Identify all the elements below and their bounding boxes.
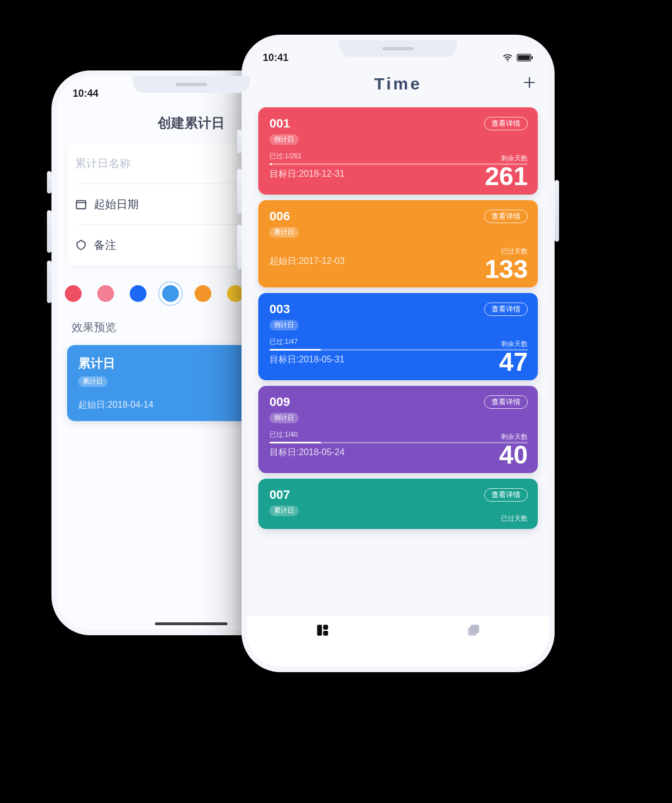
detail-button[interactable]: 查看详情: [484, 117, 528, 130]
card-tag: 倒计日: [269, 320, 299, 330]
progress-text: 已过:1/40: [269, 430, 528, 440]
card-list: 001查看详情倒计日已过:1/261目标日:2018-12-31剩余天数2610…: [247, 101, 549, 667]
card-id: 006: [269, 209, 290, 224]
note-icon: [75, 239, 87, 251]
card-006[interactable]: 006查看详情累计日起始日:2017-12-03已过天数133: [258, 200, 538, 287]
count-value: 133: [485, 256, 528, 282]
progress-bar: [269, 442, 528, 443]
color-swatch-pink[interactable]: [97, 285, 114, 302]
card-dateline: 目标日:2018-05-31: [269, 354, 528, 366]
name-placeholder: 累计日名称: [75, 156, 131, 171]
add-button[interactable]: [522, 75, 537, 93]
svg-point-1: [507, 60, 508, 62]
progress-text: 已过:1/47: [269, 337, 528, 347]
detail-button[interactable]: 查看详情: [484, 210, 528, 223]
tab-stack[interactable]: [466, 623, 481, 640]
calendar-icon: [75, 198, 87, 210]
detail-button[interactable]: 查看详情: [484, 303, 528, 316]
card-id: 003: [269, 302, 290, 317]
wifi-icon: [502, 54, 513, 62]
card-tag: 倒计日: [269, 413, 299, 423]
color-swatch-red[interactable]: [65, 285, 82, 302]
count-value: 261: [485, 163, 528, 189]
app-header: Time: [247, 67, 549, 101]
card-dateline: 目标日:2018-05-24: [269, 447, 528, 459]
note-label: 备注: [94, 238, 116, 253]
svg-rect-0: [77, 201, 86, 209]
card-tag: 累计日: [269, 227, 299, 238]
progress-bar: [269, 349, 528, 351]
svg-rect-4: [532, 56, 533, 59]
device-notch: [132, 76, 250, 93]
color-swatch-sky[interactable]: [162, 285, 179, 302]
card-id: 009: [269, 395, 290, 409]
svg-rect-6: [323, 625, 328, 630]
preview-card-tag: 累计日: [78, 376, 107, 387]
status-time: 10:44: [73, 88, 98, 100]
card-id: 007: [269, 488, 290, 502]
svg-rect-5: [317, 625, 322, 636]
start-date-label: 起始日期: [94, 197, 139, 212]
card-001[interactable]: 001查看详情倒计日已过:1/261目标日:2018-12-31剩余天数261: [258, 107, 538, 195]
card-id: 001: [269, 116, 290, 131]
color-swatch-orange[interactable]: [195, 285, 211, 302]
card-007[interactable]: 007查看详情累计日已过天数: [258, 479, 538, 529]
home-indicator: [155, 622, 228, 625]
count-label: 已过天数: [501, 514, 528, 523]
count-value: 40: [499, 442, 528, 467]
card-tag: 累计日: [269, 506, 299, 516]
color-swatch-blue[interactable]: [130, 285, 146, 302]
card-tag: 倒计日: [269, 134, 299, 145]
tab-grid[interactable]: [315, 623, 330, 640]
device-notch: [339, 40, 457, 57]
svg-rect-7: [323, 631, 328, 636]
card-009[interactable]: 009查看详情倒计日已过:1/40目标日:2018-05-24剩余天数40: [258, 386, 538, 473]
count-value: 47: [499, 349, 528, 375]
tab-bar: [247, 615, 549, 667]
card-003[interactable]: 003查看详情倒计日已过:1/47目标日:2018-05-31剩余天数47: [258, 293, 538, 380]
app-title: Time: [374, 74, 422, 93]
detail-button[interactable]: 查看详情: [484, 395, 528, 409]
svg-rect-3: [518, 55, 530, 60]
detail-button[interactable]: 查看详情: [484, 488, 528, 502]
battery-icon: [517, 54, 533, 62]
svg-rect-9: [468, 627, 476, 636]
phone-list: 10:41: [242, 35, 555, 672]
status-time: 10:41: [263, 52, 288, 64]
